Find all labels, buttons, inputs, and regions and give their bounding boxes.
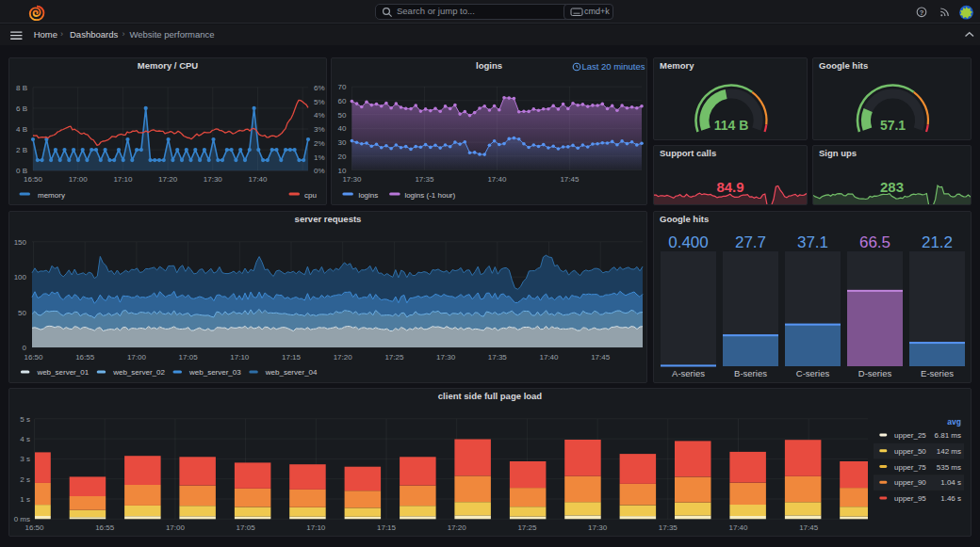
svg-text:0 B: 0 B [16, 167, 27, 175]
svg-text:17:35: 17:35 [415, 175, 434, 184]
svg-text:upper_95: upper_95 [894, 494, 926, 503]
svg-text:upper_25: upper_25 [894, 431, 926, 440]
svg-text:17:45: 17:45 [560, 175, 580, 184]
svg-text:17:15: 17:15 [377, 523, 397, 532]
svg-text:17:45: 17:45 [799, 523, 819, 532]
svg-text:17:25: 17:25 [384, 353, 404, 362]
svg-text:30: 30 [337, 138, 346, 147]
svg-text:B-series: B-series [734, 368, 767, 378]
svg-text:cpu: cpu [304, 191, 317, 200]
svg-text:3 s: 3 s [20, 455, 30, 463]
svg-text:16:50: 16:50 [24, 353, 43, 362]
svg-text:57.1: 57.1 [880, 118, 906, 133]
svg-text:3%: 3% [314, 125, 325, 134]
svg-text:C-series: C-series [796, 368, 830, 378]
svg-text:100: 100 [14, 273, 27, 282]
svg-text:535 ms: 535 ms [937, 463, 961, 472]
svg-text:1 s: 1 s [20, 495, 30, 504]
svg-text:21.2: 21.2 [922, 233, 953, 251]
svg-text:17:05: 17:05 [237, 523, 256, 532]
svg-text:17:35: 17:35 [488, 353, 508, 362]
svg-text:upper_90: upper_90 [894, 478, 926, 487]
svg-text:0: 0 [23, 344, 27, 352]
svg-text:70: 70 [337, 83, 346, 91]
svg-text:avg: avg [947, 417, 961, 426]
svg-text:66.5: 66.5 [859, 233, 890, 251]
svg-text:6.81 ms: 6.81 ms [935, 431, 961, 440]
svg-text:6%: 6% [314, 84, 325, 92]
svg-text:40: 40 [337, 124, 346, 133]
svg-text:17:30: 17:30 [588, 523, 608, 532]
svg-text:5%: 5% [314, 98, 325, 106]
svg-text:114 B: 114 B [714, 118, 749, 133]
svg-text:17:40: 17:40 [487, 175, 507, 184]
svg-text:2%: 2% [314, 139, 325, 148]
svg-text:1.46 s: 1.46 s [940, 494, 961, 503]
svg-text:web_server_02: web_server_02 [112, 368, 165, 377]
svg-text:17:45: 17:45 [591, 353, 611, 362]
svg-text:4 s: 4 s [20, 435, 30, 443]
svg-text:?: ? [920, 8, 924, 17]
svg-text:6 B: 6 B [16, 105, 27, 113]
svg-text:17:40: 17:40 [539, 353, 559, 362]
svg-text:1.04 s: 1.04 s [940, 478, 961, 487]
svg-text:17:10: 17:10 [113, 175, 133, 184]
svg-text:4%: 4% [314, 111, 325, 120]
svg-text:16:55: 16:55 [75, 353, 95, 362]
svg-text:17:20: 17:20 [158, 175, 178, 184]
svg-text:logins: logins [358, 191, 378, 200]
svg-text:17:10: 17:10 [230, 353, 250, 362]
svg-text:A-series: A-series [672, 368, 705, 378]
svg-text:17:10: 17:10 [306, 523, 326, 532]
svg-text:web_server_04: web_server_04 [265, 368, 318, 377]
svg-text:20: 20 [337, 153, 346, 161]
svg-text:60: 60 [337, 97, 346, 105]
svg-text:37.1: 37.1 [797, 233, 828, 251]
svg-text:50: 50 [337, 111, 346, 120]
svg-text:web_server_01: web_server_01 [36, 368, 89, 377]
svg-text:2 B: 2 B [16, 146, 27, 154]
svg-text:upper_50: upper_50 [894, 447, 926, 456]
svg-text:1%: 1% [314, 153, 325, 162]
svg-text:10: 10 [337, 167, 346, 175]
svg-text:D-series: D-series [858, 368, 892, 378]
svg-text:150: 150 [14, 238, 27, 247]
svg-text:27.7: 27.7 [735, 233, 766, 251]
svg-text:17:15: 17:15 [282, 353, 302, 362]
svg-text:0 ms: 0 ms [14, 515, 30, 523]
svg-text:5 s: 5 s [20, 415, 30, 424]
svg-text:0%: 0% [314, 167, 325, 175]
svg-text:logins (-1 hour): logins (-1 hour) [404, 191, 455, 200]
svg-text:17:00: 17:00 [127, 353, 147, 362]
svg-text:16:50: 16:50 [24, 175, 43, 184]
svg-text:17:05: 17:05 [179, 353, 199, 362]
svg-text:16:55: 16:55 [95, 523, 115, 532]
svg-text:17:40: 17:40 [248, 175, 268, 184]
svg-text:142 ms: 142 ms [937, 447, 961, 456]
svg-text:17:25: 17:25 [517, 523, 537, 532]
svg-text:17:30: 17:30 [204, 175, 223, 184]
svg-text:17:30: 17:30 [342, 175, 362, 184]
svg-text:E-series: E-series [921, 368, 954, 378]
svg-text:17:30: 17:30 [436, 353, 456, 362]
svg-text:upper_75: upper_75 [894, 463, 926, 472]
svg-text:50: 50 [18, 309, 26, 317]
svg-text:8 B: 8 B [16, 84, 27, 92]
svg-text:17:35: 17:35 [659, 523, 678, 532]
svg-text:17:40: 17:40 [728, 523, 748, 532]
svg-text:16:50: 16:50 [24, 523, 44, 532]
svg-text:web_server_03: web_server_03 [188, 368, 241, 377]
svg-text:17:20: 17:20 [448, 523, 467, 532]
svg-text:4 B: 4 B [16, 125, 27, 134]
svg-text:17:00: 17:00 [166, 523, 186, 532]
svg-text:17:20: 17:20 [334, 353, 353, 362]
svg-text:2 s: 2 s [20, 475, 30, 484]
svg-text:0.400: 0.400 [668, 233, 709, 251]
svg-text:17:00: 17:00 [69, 175, 89, 184]
svg-text:memory: memory [38, 191, 65, 200]
